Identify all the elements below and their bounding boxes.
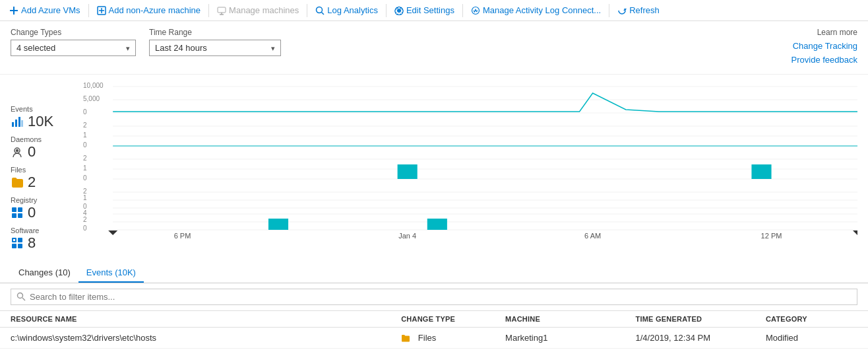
software-label: Software: [11, 227, 83, 234]
filters-area: Change Types 4 selected Time Range Last …: [0, 21, 868, 75]
divider-6: [609, 4, 609, 17]
tab-changes-label: Changes (10): [18, 267, 71, 277]
svg-rect-13: [12, 122, 14, 127]
software-y-0: 0: [83, 225, 87, 232]
daemons-label: Daemons: [11, 135, 83, 143]
machines-icon: [217, 6, 226, 15]
log-analytics-button[interactable]: Log Analytics: [311, 3, 382, 18]
svg-rect-22: [18, 213, 22, 218]
daemons-y-1: 1: [83, 131, 87, 139]
svg-rect-19: [12, 207, 16, 212]
files-label: Files: [11, 166, 83, 174]
right-time-marker: [853, 230, 857, 235]
files-bar-2: [751, 164, 771, 179]
svg-rect-21: [12, 213, 16, 218]
provide-feedback-link[interactable]: Provide feedback: [791, 53, 857, 67]
svg-point-18: [16, 149, 18, 151]
table-row[interactable]: c:\windows\system32\drivers\etc\hosts Fi…: [0, 327, 868, 349]
manage-machines-label: Manage machines: [229, 5, 299, 15]
edit-settings-label: Edit Settings: [406, 5, 454, 15]
divider-4: [386, 4, 387, 17]
stat-registry: Registry 0: [11, 196, 83, 221]
log-analytics-icon: [315, 6, 325, 15]
stat-files: Files 2: [11, 166, 83, 191]
col-machine: MACHINE: [495, 311, 625, 328]
main-content: Events 10K Daemons 0 Files: [0, 75, 868, 258]
change-types-select[interactable]: 4 selected: [11, 40, 136, 56]
change-type-value: Files: [418, 333, 436, 343]
divider-5: [462, 4, 463, 17]
events-value: 10K: [28, 113, 53, 130]
stats-panel: Events 10K Daemons 0 Files: [11, 80, 83, 253]
daemons-value: 0: [28, 143, 36, 160]
svg-rect-24: [18, 238, 22, 242]
resource-name-cell: c:\windows\system32\drivers\etc\hosts: [0, 327, 390, 349]
x-label-6am: 6 AM: [584, 232, 601, 238]
files-y-2: 2: [83, 155, 87, 162]
edit-settings-button[interactable]: Edit Settings: [390, 3, 458, 18]
col-category: CATEGORY: [755, 311, 868, 328]
data-table: RESOURCE NAME CHANGE TYPE MACHINE TIME G…: [0, 311, 868, 349]
change-types-label: Change Types: [11, 28, 136, 37]
refresh-button[interactable]: Refresh: [613, 3, 664, 18]
svg-line-9: [322, 12, 325, 15]
change-tracking-link[interactable]: Change Tracking: [791, 40, 857, 53]
events-y-0: 0: [83, 108, 87, 116]
divider-2: [208, 4, 209, 17]
tab-changes[interactable]: Changes (10): [11, 264, 78, 283]
add-non-azure-label: Add non-Azure machine: [109, 5, 201, 15]
events-y-5000: 5,000: [83, 95, 100, 102]
daemons-y-0: 0: [83, 141, 87, 149]
registry-y-1: 1: [83, 194, 87, 201]
toolbar: Add Azure VMs Add non-Azure machine Mana…: [0, 0, 868, 21]
time-range-select[interactable]: Last 24 hours: [149, 40, 281, 56]
gear-icon: [394, 6, 404, 15]
manage-activity-button[interactable]: Manage Activity Log Connect...: [467, 3, 605, 18]
category-cell: Modified: [755, 327, 868, 349]
files-y-0: 0: [83, 174, 87, 182]
divider-3: [307, 4, 307, 17]
search-input[interactable]: [30, 292, 228, 302]
search-area: [0, 283, 868, 311]
svg-rect-16: [21, 120, 23, 127]
chart-svg: 10,000 5,000 0 2 1 0 2 1 0: [83, 80, 857, 238]
tabs-area: Changes (10) Events (10K): [0, 258, 868, 283]
learn-more-section: Learn more Change Tracking Provide feedb…: [791, 28, 857, 67]
refresh-label: Refresh: [629, 5, 660, 15]
registry-label: Registry: [11, 196, 83, 204]
time-range-label: Time Range: [149, 28, 281, 37]
change-types-filter: Change Types 4 selected: [11, 28, 136, 56]
svg-rect-25: [12, 244, 16, 248]
change-type-cell: Files: [390, 327, 495, 349]
svg-rect-26: [18, 244, 22, 248]
divider-1: [88, 4, 89, 17]
events-y-10000: 10,000: [83, 82, 104, 89]
svg-rect-27: [13, 239, 15, 241]
add-non-azure-button[interactable]: Add non-Azure machine: [93, 3, 204, 18]
daemons-y-2: 2: [83, 122, 87, 129]
add-azure-vms-button[interactable]: Add Azure VMs: [5, 3, 84, 18]
x-label-6pm: 6 PM: [174, 232, 191, 238]
table-body: c:\windows\system32\drivers\etc\hosts Fi…: [0, 327, 868, 349]
files-y-1: 1: [83, 164, 87, 172]
tab-events[interactable]: Events (10K): [78, 264, 144, 283]
manage-machines-button: Manage machines: [213, 3, 303, 18]
refresh-icon: [617, 6, 627, 15]
software-bar-1: [268, 219, 288, 230]
stat-software: Software 8: [11, 227, 83, 252]
plus-icon: [9, 6, 18, 15]
x-label-12pm: 12 PM: [761, 232, 782, 238]
search-icon: [16, 292, 26, 301]
svg-rect-20: [18, 207, 22, 212]
files-icon: [11, 176, 24, 189]
software-y-2: 2: [83, 216, 87, 223]
search-input-wrap: [11, 289, 857, 305]
registry-value: 0: [28, 204, 36, 221]
svg-rect-15: [18, 117, 20, 127]
chart-area: 10,000 5,000 0 2 1 0 2 1 0: [83, 80, 857, 238]
svg-point-44: [18, 293, 23, 299]
change-type-folder-icon: [401, 333, 416, 343]
svg-rect-14: [15, 120, 17, 127]
left-time-marker: [108, 230, 117, 235]
log-analytics-label: Log Analytics: [327, 5, 378, 15]
